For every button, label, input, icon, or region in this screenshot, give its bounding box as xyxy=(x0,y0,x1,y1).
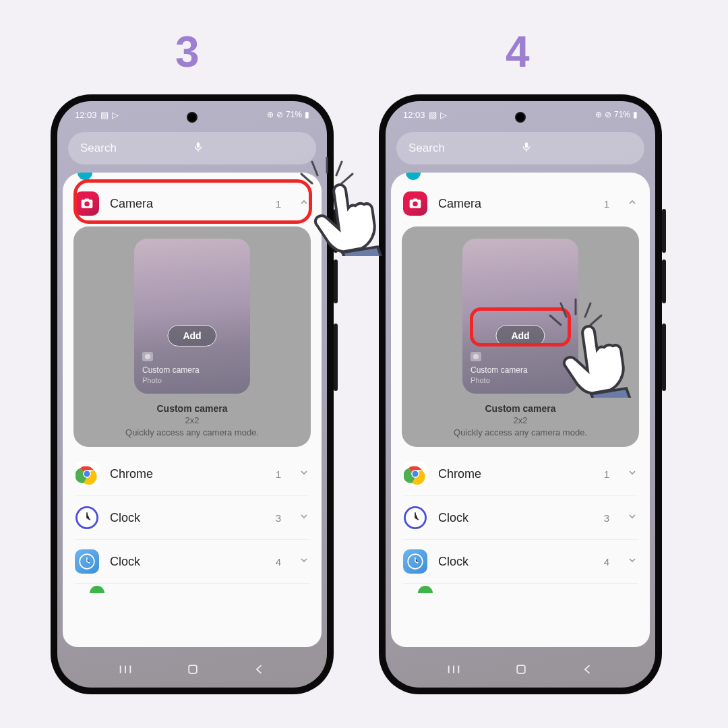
wifi-icon: ⊕ xyxy=(267,110,274,119)
widget-desc: Quickly access any camera mode. xyxy=(454,427,587,437)
widget-search-input[interactable]: Search xyxy=(396,132,644,164)
widget-row-count: 1 xyxy=(604,198,609,210)
samsung-clock-icon xyxy=(75,506,99,530)
widget-preview[interactable]: Add Custom camera Photo xyxy=(134,239,250,394)
camera-icon xyxy=(471,352,481,361)
play-icon: ▷ xyxy=(112,110,119,120)
widget-title: Custom camera xyxy=(485,403,555,414)
chrome-app-icon xyxy=(75,462,99,486)
peek-row xyxy=(63,584,322,593)
android-nav-bar xyxy=(57,654,327,688)
widget-row-label: Camera xyxy=(110,197,265,211)
play-icon: ▷ xyxy=(440,110,447,120)
svg-rect-5 xyxy=(189,665,197,673)
widget-row-label: Camera xyxy=(438,197,593,211)
widget-search-input[interactable]: Search xyxy=(68,132,316,164)
camera-app-icon xyxy=(403,191,427,216)
samsung-clock-icon xyxy=(403,506,427,530)
front-camera-hole xyxy=(187,112,198,123)
widget-row-chrome[interactable]: Chrome 1 xyxy=(63,452,322,495)
row-count: 4 xyxy=(276,556,281,568)
widget-row-camera[interactable]: Camera 1 xyxy=(391,182,650,225)
row-count: 1 xyxy=(604,468,609,480)
camera-app-icon xyxy=(75,191,99,216)
chevron-down-icon xyxy=(299,467,309,481)
widget-overlay-title: Custom camera xyxy=(142,365,242,375)
battery-pct: 71% xyxy=(286,110,302,119)
row-label: Clock xyxy=(110,511,265,525)
widget-overlay-sub: Photo xyxy=(471,376,570,384)
svg-rect-16 xyxy=(517,665,525,673)
widget-panel: Camera 1 Add Custom camera Photo xyxy=(63,173,322,647)
gallery-icon: ▧ xyxy=(100,110,109,120)
gallery-icon: ▧ xyxy=(429,110,437,120)
widget-row-camera[interactable]: Camera 1 xyxy=(63,182,322,225)
widget-row-count: 1 xyxy=(276,198,281,210)
phone-step-3: 12:03 ▧ ▷ ⊕ ⊘ 71% ▮ Search xyxy=(51,94,334,694)
widget-overlay-title: Custom camera xyxy=(471,365,570,375)
chevron-down-icon xyxy=(627,511,638,524)
widget-size: 2x2 xyxy=(514,415,528,425)
row-label: Clock xyxy=(438,555,593,569)
status-time: 12:03 xyxy=(403,110,425,120)
peek-row xyxy=(391,584,650,593)
android-nav-bar xyxy=(386,654,655,688)
row-label: Clock xyxy=(438,511,593,525)
chevron-down-icon xyxy=(627,467,638,481)
widget-desc: Quickly access any camera mode. xyxy=(125,427,259,437)
row-count: 1 xyxy=(276,468,281,480)
widget-expand-area: Add Custom camera Photo Custom camera 2x… xyxy=(73,226,311,447)
row-count: 3 xyxy=(276,512,281,524)
widget-title: Custom camera xyxy=(156,403,227,414)
svg-line-9 xyxy=(336,162,342,175)
nav-back-icon[interactable] xyxy=(253,663,266,679)
widget-panel: Camera 1 Add Custom camera Photo xyxy=(391,173,650,647)
widget-row-clock-2[interactable]: Clock 4 xyxy=(391,540,650,583)
widget-row-chrome[interactable]: Chrome 1 xyxy=(391,452,650,495)
step-number-3: 3 xyxy=(175,27,200,77)
dnd-icon: ⊘ xyxy=(276,110,283,119)
widget-overlay-sub: Photo xyxy=(142,376,242,384)
mic-icon[interactable] xyxy=(192,141,304,156)
wifi-icon: ⊕ xyxy=(595,110,602,119)
google-clock-icon xyxy=(75,549,99,574)
nav-home-icon[interactable] xyxy=(514,663,528,679)
nav-recents-icon[interactable] xyxy=(118,662,133,679)
widget-expand-area: Add Custom camera Photo Custom camera 2x… xyxy=(402,226,639,447)
svg-line-10 xyxy=(342,174,353,183)
phone-step-4: 12:03 ▧ ▷ ⊕ ⊘ 71% ▮ Search xyxy=(379,94,662,694)
chrome-app-icon xyxy=(403,462,427,486)
nav-back-icon[interactable] xyxy=(581,663,595,679)
mic-icon[interactable] xyxy=(520,141,632,156)
row-label: Clock xyxy=(110,555,265,569)
row-count: 4 xyxy=(604,556,609,568)
status-time: 12:03 xyxy=(75,110,97,120)
battery-pct: 71% xyxy=(614,110,630,119)
battery-icon: ▮ xyxy=(633,110,638,119)
dnd-icon: ⊘ xyxy=(605,110,611,119)
chevron-down-icon xyxy=(627,555,638,568)
widget-row-clock-1[interactable]: Clock 3 xyxy=(391,496,650,539)
chevron-up-icon xyxy=(627,197,638,210)
search-placeholder: Search xyxy=(408,142,520,155)
row-count: 3 xyxy=(604,512,609,524)
widget-preview[interactable]: Add Custom camera Photo xyxy=(462,239,578,394)
nav-recents-icon[interactable] xyxy=(446,662,461,679)
chevron-up-icon xyxy=(299,197,309,210)
row-label: Chrome xyxy=(438,467,593,481)
widget-size: 2x2 xyxy=(185,415,200,425)
google-clock-icon xyxy=(403,549,427,574)
nav-home-icon[interactable] xyxy=(186,663,200,679)
chevron-down-icon xyxy=(299,555,309,568)
search-placeholder: Search xyxy=(80,142,192,155)
step-number-4: 4 xyxy=(506,27,530,77)
widget-row-clock-1[interactable]: Clock 3 xyxy=(63,496,322,539)
front-camera-hole xyxy=(515,112,526,123)
chevron-down-icon xyxy=(299,511,309,524)
battery-icon: ▮ xyxy=(305,110,309,119)
widget-row-clock-2[interactable]: Clock 4 xyxy=(63,540,322,583)
camera-icon xyxy=(142,352,153,361)
row-label: Chrome xyxy=(110,467,265,481)
